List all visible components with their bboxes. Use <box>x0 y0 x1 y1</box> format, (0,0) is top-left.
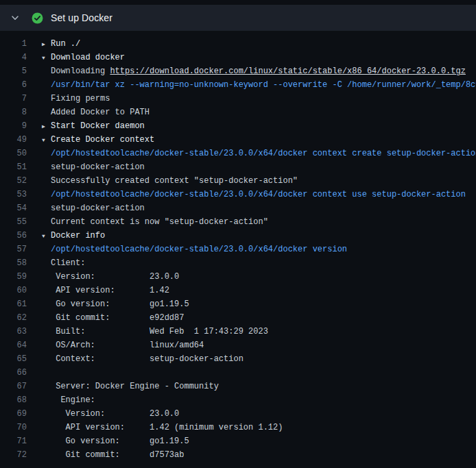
line-number-link[interactable]: 65 <box>0 352 36 366</box>
line-number-link[interactable]: 67 <box>0 380 36 393</box>
triangle-down-icon: ▼ <box>42 134 51 147</box>
step-log-viewer: Set up Docker 1▶Run ./4▼Download docker5… <box>0 5 476 462</box>
log-text: Go version: go1.19.5 <box>51 436 189 446</box>
line-number-link[interactable]: 71 <box>0 434 36 448</box>
log-line-content: ▶Run ./ <box>36 37 80 51</box>
line-number-link[interactable]: 50 <box>0 147 36 160</box>
line-number-link[interactable]: 7 <box>0 92 36 106</box>
triangle-down-icon: ▼ <box>42 230 51 243</box>
log-line-content: Version: 23.0.0 <box>36 270 179 284</box>
line-number-link[interactable]: 52 <box>0 174 36 188</box>
log-text: Download docker <box>51 53 125 62</box>
log-line: 61 Go version: go1.19.5 <box>0 297 476 311</box>
line-number-link[interactable]: 49 <box>0 133 36 147</box>
log-line-content: OS/Arch: linux/amd64 <box>36 338 204 352</box>
log-command-text: /opt/hostedtoolcache/docker-stable/23.0.… <box>51 149 476 158</box>
log-group-line[interactable]: 56▼Docker info <box>0 229 476 243</box>
log-body: 1▶Run ./4▼Download docker5Downloading ht… <box>0 31 476 462</box>
line-number-link[interactable]: 56 <box>0 229 36 243</box>
triangle-down-icon: ▼ <box>42 51 51 64</box>
line-number-link[interactable]: 4 <box>0 51 36 64</box>
log-text: Git commit: d7573ab <box>51 450 184 460</box>
log-line: 51setup-docker-action <box>0 160 476 174</box>
log-link[interactable]: https://download.docker.com/linux/static… <box>110 66 465 76</box>
line-number-link[interactable]: 51 <box>0 160 36 174</box>
log-line: 62 Git commit: e92dd87 <box>0 311 476 325</box>
log-text: Engine: <box>51 395 95 405</box>
log-line: 63 Built: Wed Feb 1 17:43:29 2023 <box>0 325 476 338</box>
line-number-link[interactable]: 60 <box>0 284 36 297</box>
log-group-line[interactable]: 4▼Download docker <box>0 51 476 64</box>
line-number-link[interactable]: 8 <box>0 106 36 119</box>
log-text: Docker info <box>51 231 105 241</box>
log-text: Run ./ <box>51 39 80 49</box>
line-number-link[interactable]: 72 <box>0 448 36 462</box>
log-line-content: Git commit: e92dd87 <box>36 311 184 325</box>
log-line: 68 Engine: <box>0 393 476 407</box>
log-line: 53/opt/hostedtoolcache/docker-stable/23.… <box>0 188 476 201</box>
log-command-text: /opt/hostedtoolcache/docker-stable/23.0.… <box>51 190 466 199</box>
log-text: Git commit: e92dd87 <box>51 313 184 323</box>
log-text: Server: Docker Engine - Community <box>51 382 219 391</box>
log-line: 58Client: <box>0 256 476 270</box>
line-number-link[interactable]: 6 <box>0 78 36 92</box>
log-line: 50/opt/hostedtoolcache/docker-stable/23.… <box>0 147 476 160</box>
line-number-link[interactable]: 66 <box>0 366 36 380</box>
log-line: 52Successfully created context "setup-do… <box>0 174 476 188</box>
log-group-line[interactable]: 1▶Run ./ <box>0 37 476 51</box>
log-text: Version: 23.0.0 <box>51 272 179 282</box>
log-line: 65 Context: setup-docker-action <box>0 352 476 366</box>
line-number-link[interactable]: 64 <box>0 338 36 352</box>
log-group-line[interactable]: 9▶Start Docker daemon <box>0 119 476 133</box>
line-number-link[interactable]: 58 <box>0 256 36 270</box>
log-text: Built: Wed Feb 1 17:43:29 2023 <box>51 327 268 336</box>
line-number-link[interactable]: 70 <box>0 421 36 434</box>
log-text: Current context is now "setup-docker-act… <box>51 217 268 227</box>
log-line-content: Git commit: d7573ab <box>36 448 184 462</box>
log-line-content: Client: <box>36 256 85 270</box>
log-line: 54setup-docker-action <box>0 201 476 215</box>
log-line: 66 <box>0 366 476 380</box>
log-text: Client: <box>51 258 85 268</box>
log-group-line[interactable]: 49▼Create Docker context <box>0 133 476 147</box>
log-line-content: Built: Wed Feb 1 17:43:29 2023 <box>36 325 268 338</box>
log-line-content: ▼Docker info <box>36 229 105 243</box>
step-title: Set up Docker <box>51 12 112 23</box>
log-line: 72 Git commit: d7573ab <box>0 448 476 462</box>
line-number-link[interactable]: 9 <box>0 119 36 133</box>
line-number-link[interactable]: 1 <box>0 37 36 51</box>
log-line-content: Go version: go1.19.5 <box>36 434 189 448</box>
chevron-down-icon[interactable] <box>10 13 20 23</box>
line-number-link[interactable]: 57 <box>0 243 36 256</box>
line-number-link[interactable]: 69 <box>0 407 36 421</box>
log-line: 59 Version: 23.0.0 <box>0 270 476 284</box>
log-text: Start Docker daemon <box>51 121 145 131</box>
log-line-content: /opt/hostedtoolcache/docker-stable/23.0.… <box>36 243 347 256</box>
log-line: 70 API version: 1.42 (minimum version 1.… <box>0 421 476 434</box>
line-number-link[interactable]: 53 <box>0 188 36 201</box>
line-number-link[interactable]: 54 <box>0 201 36 215</box>
log-line-content: ▶Start Docker daemon <box>36 119 145 133</box>
log-text: Create Docker context <box>51 135 154 145</box>
log-line: 64 OS/Arch: linux/amd64 <box>0 338 476 352</box>
log-line-content: Fixing perms <box>36 92 110 106</box>
log-text: API version: 1.42 (minimum version 1.12) <box>51 423 283 432</box>
log-text: API version: 1.42 <box>51 286 169 295</box>
line-number-link[interactable]: 62 <box>0 311 36 325</box>
log-line: 57/opt/hostedtoolcache/docker-stable/23.… <box>0 243 476 256</box>
line-number-link[interactable]: 5 <box>0 64 36 78</box>
log-line: 71 Go version: go1.19.5 <box>0 434 476 448</box>
log-text: Successfully created context "setup-dock… <box>51 176 298 186</box>
line-number-link[interactable]: 55 <box>0 215 36 229</box>
line-number-link[interactable]: 68 <box>0 393 36 407</box>
log-line-content: ▼Create Docker context <box>36 133 154 147</box>
step-header[interactable]: Set up Docker <box>0 5 476 31</box>
triangle-right-icon: ▶ <box>42 120 51 133</box>
log-line-content: /usr/bin/tar xz --warning=no-unknown-key… <box>36 78 476 92</box>
log-line-content: Engine: <box>36 393 95 407</box>
line-number-link[interactable]: 63 <box>0 325 36 338</box>
line-number-link[interactable]: 61 <box>0 297 36 311</box>
log-line-content: Added Docker to PATH <box>36 106 150 119</box>
line-number-link[interactable]: 59 <box>0 270 36 284</box>
log-line-content: Downloading https://download.docker.com/… <box>36 64 466 78</box>
